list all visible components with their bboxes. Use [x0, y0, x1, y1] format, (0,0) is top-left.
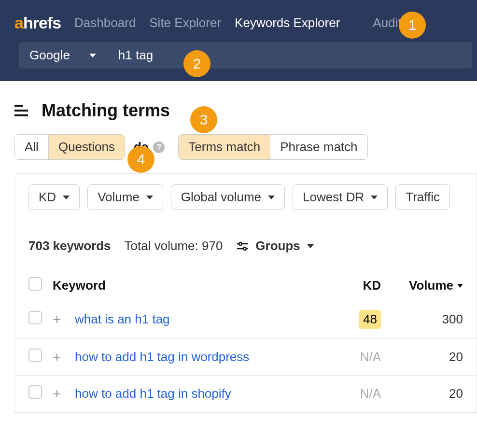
content-area: Matching terms All Questions de ? Terms …: [0, 81, 477, 413]
chevron-down-icon: [89, 54, 96, 57]
table-row: +how to add h1 tag in wordpressN/A20: [15, 339, 477, 376]
type-pill-group: All Questions: [14, 134, 125, 160]
app-header: ahrefs Dashboard Site Explorer Keywords …: [0, 0, 477, 81]
search-row: Google: [0, 42, 477, 81]
expand-icon[interactable]: +: [53, 311, 75, 328]
logo-rest: hrefs: [23, 14, 61, 32]
annotation-4: 4: [127, 146, 154, 173]
nav-audit[interactable]: Audit: [373, 15, 401, 30]
col-kd[interactable]: KD: [337, 278, 381, 293]
volume-cell: 300: [381, 312, 463, 327]
filter-pill-row: All Questions de ? Terms match Phrase ma…: [0, 134, 477, 173]
chevron-down-icon: [146, 196, 153, 199]
tab-all[interactable]: All: [15, 135, 48, 159]
nav-site-explorer[interactable]: Site Explorer: [149, 15, 221, 30]
svg-point-3: [243, 247, 246, 250]
chevron-down-icon: [268, 196, 275, 199]
title-row: Matching terms: [0, 96, 477, 134]
annotation-3: 3: [190, 106, 217, 133]
tab-terms-match[interactable]: Terms match: [179, 135, 270, 159]
col-volume[interactable]: Volume: [381, 278, 463, 293]
keyword-count: 703 keywords: [28, 238, 111, 253]
total-volume: Total volume: 970: [125, 238, 223, 253]
help-icon[interactable]: ?: [153, 141, 165, 153]
nav-dashboard[interactable]: Dashboard: [74, 15, 136, 30]
page-title: Matching terms: [42, 100, 170, 121]
filter-volume[interactable]: Volume: [87, 184, 163, 210]
kd-cell: 48: [337, 310, 381, 329]
sort-desc-icon: [457, 284, 463, 288]
select-all-checkbox[interactable]: [28, 277, 42, 291]
keyword-link[interactable]: how to add h1 tag in shopify: [75, 386, 337, 401]
row-checkbox[interactable]: [28, 311, 42, 324]
tab-questions[interactable]: Questions: [48, 135, 125, 159]
keyword-search-input[interactable]: [107, 42, 472, 69]
chevron-down-icon: [371, 196, 378, 199]
table-body: +what is an h1 tag48300+how to add h1 ta…: [15, 300, 477, 412]
match-pill-group: Terms match Phrase match: [178, 134, 367, 160]
nav-keywords-explorer[interactable]: Keywords Explorer: [235, 15, 340, 30]
kd-cell: N/A: [337, 386, 381, 401]
chevron-down-icon: [63, 196, 70, 199]
expand-icon[interactable]: +: [53, 386, 75, 402]
keyword-link[interactable]: how to add h1 tag in wordpress: [75, 350, 337, 364]
expand-icon[interactable]: +: [53, 349, 75, 365]
logo[interactable]: ahrefs: [14, 14, 61, 32]
filter-lowest-dr[interactable]: Lowest DR: [293, 184, 388, 210]
row-checkbox[interactable]: [28, 349, 42, 362]
logo-a: a: [14, 14, 23, 32]
table-header: Keyword KD Volume: [15, 271, 477, 300]
tab-phrase-match[interactable]: Phrase match: [270, 135, 367, 159]
filter-global-volume[interactable]: Global volume: [171, 184, 285, 210]
chevron-down-icon: [307, 244, 314, 248]
results-panel: KD Volume Global volume Lowest DR Traffi…: [14, 173, 477, 413]
groups-toggle[interactable]: Groups: [236, 238, 313, 253]
table-row: +what is an h1 tag48300: [15, 300, 477, 339]
kd-cell: N/A: [337, 350, 381, 364]
volume-cell: 20: [381, 386, 463, 401]
menu-icon[interactable]: [14, 105, 28, 116]
sliders-icon: [236, 241, 249, 252]
keyword-link[interactable]: what is an h1 tag: [75, 312, 337, 327]
row-checkbox[interactable]: [28, 385, 42, 399]
engine-label: Google: [29, 48, 70, 63]
filter-kd[interactable]: KD: [28, 184, 80, 210]
svg-point-1: [239, 242, 242, 245]
summary-row: 703 keywords Total volume: 970 Groups: [15, 221, 477, 271]
table-row: +how to add h1 tag in shopifyN/A20: [15, 376, 477, 412]
filter-traffic[interactable]: Traffic: [395, 184, 450, 210]
volume-cell: 20: [381, 350, 463, 364]
filter-buttons-row: KD Volume Global volume Lowest DR Traffi…: [15, 174, 477, 221]
annotation-1: 1: [399, 12, 426, 39]
annotation-2: 2: [183, 50, 210, 77]
col-keyword[interactable]: Keyword: [53, 278, 337, 293]
search-engine-select[interactable]: Google: [19, 42, 107, 69]
